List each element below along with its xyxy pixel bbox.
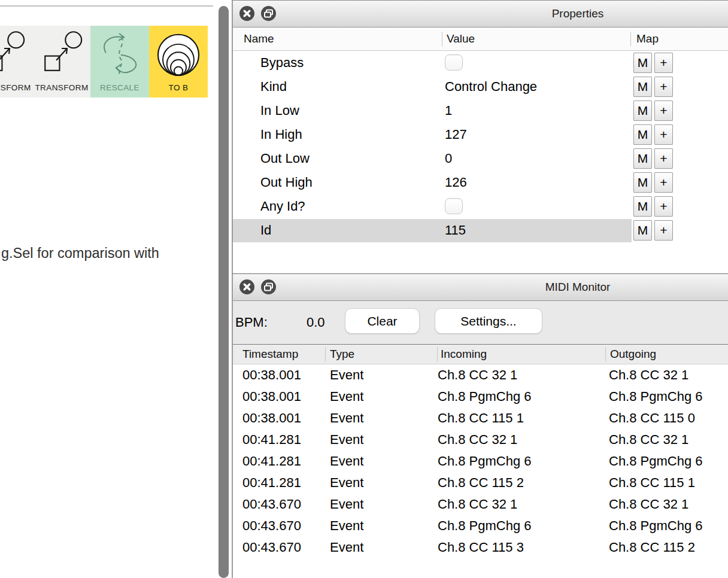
close-icon[interactable]: [239, 279, 254, 294]
property-row[interactable]: Kind Control Change M +: [233, 75, 728, 99]
event-outgoing: Ch.8 PgmChg 6: [609, 515, 703, 537]
map-m-button[interactable]: M: [633, 77, 652, 97]
column-header-timestamp[interactable]: Timestamp: [242, 345, 298, 364]
map-m-button[interactable]: M: [633, 124, 652, 145]
midi-event-row[interactable]: 00:38.001 Event Ch.8 PgmChg 6 Ch.8 PgmCh…: [233, 386, 728, 407]
property-value[interactable]: 0: [445, 147, 452, 171]
map-plus-button[interactable]: +: [654, 220, 673, 241]
map-plus-button[interactable]: +: [654, 148, 673, 169]
column-separator: [437, 347, 438, 361]
midi-event-row[interactable]: 00:38.001 Event Ch.8 CC 115 1 Ch.8 CC 11…: [233, 407, 728, 429]
property-value[interactable]: 127: [445, 123, 467, 147]
any-id--checkbox[interactable]: [445, 198, 463, 214]
midi-event-row[interactable]: 00:41.281 Event Ch.8 PgmChg 6 Ch.8 PgmCh…: [233, 451, 728, 472]
property-value[interactable]: Control Change: [445, 75, 537, 99]
midi-event-row[interactable]: 00:38.001 Event Ch.8 CC 32 1 Ch.8 CC 32 …: [233, 364, 728, 386]
midi-event-row[interactable]: 00:41.281 Event Ch.8 CC 32 1 Ch.8 CC 32 …: [233, 429, 728, 451]
map-plus-button[interactable]: +: [654, 172, 673, 193]
float-window-icon[interactable]: [261, 279, 276, 294]
clear-button[interactable]: Clear: [345, 308, 420, 334]
event-incoming: Ch.8 CC 32 1: [438, 429, 517, 451]
column-separator: [630, 32, 631, 46]
map-plus-button[interactable]: +: [654, 53, 673, 73]
property-value[interactable]: [445, 51, 463, 71]
property-row[interactable]: Out High 126 M +: [233, 171, 728, 194]
property-name: In Low: [260, 99, 299, 123]
event-incoming: Ch.8 CC 115 1: [438, 407, 524, 429]
column-header-name[interactable]: Name: [244, 28, 274, 50]
map-m-button[interactable]: M: [633, 53, 652, 73]
transform-icon: [33, 28, 90, 80]
map-m-button[interactable]: M: [633, 172, 652, 193]
event-timestamp: 00:43.670: [242, 537, 301, 558]
event-outgoing: Ch.8 CC 115 0: [609, 407, 695, 429]
event-timestamp: 00:41.281: [242, 472, 301, 494]
event-type: Event: [330, 451, 363, 472]
event-timestamp: 00:43.670: [242, 515, 301, 537]
toolbar-item-to-b[interactable]: TO B: [149, 26, 208, 98]
event-timestamp: 00:43.670: [242, 494, 301, 515]
property-value[interactable]: 1: [445, 99, 452, 123]
event-timestamp: 00:38.001: [242, 386, 301, 407]
event-type: Event: [330, 472, 363, 494]
column-header-outgoing[interactable]: Outgoing: [610, 345, 656, 364]
column-header-type[interactable]: Type: [330, 345, 354, 364]
property-row[interactable]: In High 127 M +: [233, 123, 728, 147]
property-row[interactable]: Out Low 0 M +: [233, 147, 728, 171]
monitor-controls: BPM: 0.0 Clear Settings...: [233, 301, 728, 344]
pipeline-toolbar: TRANSFORM TRANSFORM RESCALE: [0, 26, 208, 98]
toolbar-item-transform-1[interactable]: TRANSFORM: [0, 26, 33, 98]
rescale-icon: [90, 28, 149, 80]
toolbar-item-transform-2[interactable]: TRANSFORM: [33, 26, 90, 98]
map-m-button[interactable]: M: [633, 101, 652, 121]
panel-title: Properties: [552, 1, 604, 27]
property-value[interactable]: 126: [445, 171, 467, 194]
event-incoming: Ch.8 PgmChg 6: [438, 451, 532, 472]
event-incoming: Ch.8 CC 115 2: [438, 472, 524, 494]
left-document-window: TRANSFORM TRANSFORM RESCALE: [0, 0, 214, 578]
property-row[interactable]: In Low 1 M +: [233, 99, 728, 123]
map-plus-button[interactable]: +: [654, 196, 673, 217]
event-timestamp: 00:41.281: [242, 429, 301, 451]
event-incoming: Ch.8 CC 32 1: [438, 494, 517, 515]
map-plus-button[interactable]: +: [654, 101, 673, 121]
map-m-button[interactable]: M: [633, 148, 652, 169]
event-type: Event: [330, 537, 363, 558]
column-header-incoming[interactable]: Incoming: [441, 345, 487, 364]
property-row[interactable]: Bypass M +: [233, 51, 728, 75]
property-value[interactable]: [445, 194, 463, 214]
vertical-scrollbar-thumb[interactable]: [219, 6, 229, 578]
event-incoming: Ch.8 CC 32 1: [438, 364, 517, 386]
event-type: Event: [330, 407, 363, 429]
event-outgoing: Ch.8 CC 32 1: [609, 494, 688, 515]
column-separator: [325, 347, 326, 361]
map-m-button[interactable]: M: [633, 220, 652, 241]
midi-event-row[interactable]: 00:43.670 Event Ch.8 CC 32 1 Ch.8 CC 32 …: [233, 494, 728, 515]
midi-event-row[interactable]: 00:43.670 Event Ch.8 CC 115 3 Ch.8 CC 11…: [233, 537, 728, 558]
map-m-button[interactable]: M: [633, 196, 652, 217]
float-window-icon[interactable]: [261, 6, 276, 21]
property-name: Bypass: [260, 51, 304, 75]
monitor-column-header: Timestamp Type Incoming Outgoing: [233, 344, 728, 364]
map-plus-button[interactable]: +: [654, 124, 673, 145]
column-header-value[interactable]: Value: [447, 28, 475, 50]
vertical-scrollbar-track[interactable]: [213, 0, 232, 578]
property-row[interactable]: Any Id? M +: [233, 194, 728, 218]
settings-button[interactable]: Settings...: [435, 308, 542, 334]
midi-event-row[interactable]: 00:43.670 Event Ch.8 PgmChg 6 Ch.8 PgmCh…: [233, 515, 728, 537]
bypass-checkbox[interactable]: [445, 54, 463, 71]
map-plus-button[interactable]: +: [654, 77, 673, 97]
property-value[interactable]: 115: [445, 218, 466, 242]
midi-event-row[interactable]: 00:41.281 Event Ch.8 CC 115 2 Ch.8 CC 11…: [233, 472, 728, 494]
event-timestamp: 00:38.001: [242, 407, 301, 429]
event-type: Event: [330, 515, 363, 537]
properties-rows: Bypass M + Kind Control Change M + In Lo…: [233, 51, 728, 242]
column-header-map[interactable]: Map: [636, 28, 659, 50]
event-incoming: Ch.8 CC 115 3: [438, 537, 524, 558]
event-incoming: Ch.8 PgmChg 6: [438, 386, 532, 407]
property-name: Any Id?: [260, 194, 305, 218]
properties-panel: Properties Name Value Map Bypass M + Kin…: [232, 0, 728, 273]
property-row[interactable]: Id 115 M +: [233, 218, 728, 242]
toolbar-item-rescale[interactable]: RESCALE: [90, 26, 149, 98]
close-icon[interactable]: [239, 6, 254, 21]
